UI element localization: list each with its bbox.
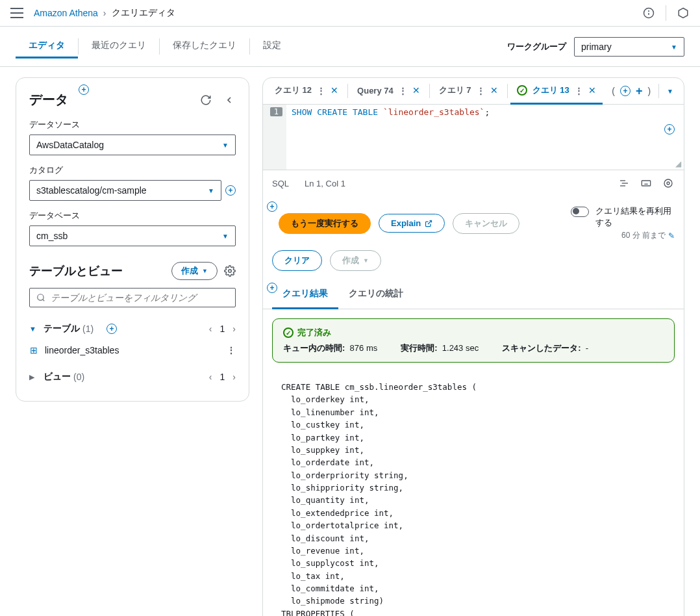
catalog-label: カタログ	[29, 164, 236, 176]
views-label: ビュー	[44, 371, 71, 383]
line-gutter: 1	[263, 105, 286, 170]
caret-down-icon: ▼	[363, 257, 369, 264]
paren-close: )	[647, 86, 651, 96]
create-button[interactable]: 作成▼	[171, 262, 218, 280]
sql-editor[interactable]: 1 SHOW CREATE TABLE `lineorder_s3tables`…	[263, 105, 684, 170]
datasource-select[interactable]: AwsDataCatalog	[29, 135, 236, 155]
chevron-right-icon: ›	[103, 8, 106, 18]
plus-icon[interactable]: +	[267, 201, 277, 212]
query-tab-74[interactable]: Query 74 ⋮ ✕	[351, 79, 427, 104]
code-area[interactable]: SHOW CREATE TABLE `lineorder_s3tables`;	[286, 105, 684, 170]
tab-menu-icon[interactable]: ⋮	[575, 86, 583, 96]
divider	[347, 84, 348, 98]
svg-point-4	[229, 270, 232, 273]
divider	[666, 5, 666, 21]
divider	[507, 84, 508, 98]
explain-button[interactable]: Explain	[379, 214, 445, 233]
plus-icon[interactable]: +	[620, 86, 631, 96]
format-icon[interactable]	[618, 177, 631, 190]
views-page: 1	[220, 372, 225, 382]
editor-cursor-pos: Ln 1, Col 1	[305, 179, 345, 188]
result-sql: CREATE TABLE cm_ssb.lineorder_s3tables (…	[263, 372, 684, 616]
next-page-icon[interactable]: ›	[232, 324, 236, 334]
catalog-select[interactable]: s3tablescatalog/cm-sample	[29, 180, 221, 201]
svg-point-2	[649, 11, 649, 12]
tab-editor[interactable]: エディタ	[16, 34, 78, 58]
datasource-label: データソース	[29, 119, 236, 131]
tab-recent[interactable]: 最近のクエリ	[79, 34, 159, 58]
database-select[interactable]: cm_ssb	[29, 225, 236, 246]
settings-icon[interactable]	[662, 177, 675, 190]
plus-icon[interactable]: +	[267, 283, 277, 293]
close-tab-icon[interactable]: ✕	[412, 85, 420, 96]
breadcrumb-service-link[interactable]: Amazon Athena	[34, 8, 98, 18]
workgroup-select[interactable]: primary	[574, 37, 684, 57]
table-row[interactable]: ⊞ lineorder_s3tables ⋮	[29, 340, 236, 361]
tab-menu-icon[interactable]: ⋮	[317, 86, 325, 96]
keyboard-icon[interactable]	[640, 177, 653, 190]
gear-icon[interactable]	[224, 265, 236, 277]
close-tab-icon[interactable]: ✕	[588, 85, 596, 96]
collapse-icon[interactable]	[223, 94, 236, 107]
stats-tab[interactable]: クエリの統計	[338, 280, 414, 309]
svg-point-17	[664, 179, 672, 187]
resize-handle[interactable]: ◢	[675, 159, 681, 168]
divider	[658, 84, 659, 98]
svg-rect-10	[642, 181, 650, 186]
table-actions-icon[interactable]: ⋮	[227, 345, 236, 355]
editor-lang: SQL	[272, 179, 289, 188]
editor-plus-icon[interactable]: +	[664, 124, 675, 135]
next-page-icon[interactable]: ›	[232, 372, 236, 382]
tables-label: テーブル	[44, 323, 80, 335]
database-label: データベース	[29, 210, 236, 222]
status-done: 完了済み	[297, 327, 331, 339]
refresh-icon[interactable]	[199, 94, 212, 107]
hexagon-icon[interactable]	[677, 6, 690, 19]
results-tab[interactable]: クエリ結果	[272, 280, 338, 309]
tab-saved[interactable]: 保存したクエリ	[160, 34, 249, 58]
add-table-icon[interactable]: +	[106, 324, 117, 334]
status-box: ✓ 完了済み キュー内の時間: 876 ms 実行時間: 1.243 sec ス…	[272, 318, 675, 363]
breadcrumb-page: クエリエディタ	[112, 7, 175, 19]
tab-menu-icon[interactable]: ⋮	[477, 86, 485, 96]
reuse-toggle[interactable]	[571, 207, 589, 217]
close-tab-icon[interactable]: ✕	[331, 85, 338, 96]
svg-point-5	[38, 294, 44, 300]
reuse-sub: 60 分 前まで	[621, 230, 666, 241]
add-catalog-icon[interactable]: +	[225, 185, 236, 196]
info-icon[interactable]	[642, 6, 655, 19]
prev-page-icon[interactable]: ‹	[209, 372, 212, 382]
svg-marker-3	[679, 8, 688, 18]
expand-views-icon[interactable]: ▶	[29, 373, 37, 381]
tables-page: 1	[220, 324, 225, 334]
filter-input[interactable]	[51, 292, 229, 303]
create-button-disabled: 作成▼	[330, 250, 381, 271]
tab-settings[interactable]: 設定	[250, 34, 294, 58]
query-tab-12[interactable]: クエリ 12 ⋮ ✕	[268, 78, 345, 105]
query-tab-7[interactable]: クエリ 7 ⋮ ✕	[432, 78, 505, 105]
clear-button[interactable]: クリア	[272, 250, 322, 271]
tables-count: (1)	[82, 324, 94, 334]
filter-input-wrapper[interactable]	[29, 288, 236, 307]
tables-views-title: テーブルとビュー	[29, 263, 123, 279]
expand-tables-icon[interactable]: ▼	[29, 325, 37, 333]
expand-table-icon[interactable]: ⊞	[29, 345, 38, 355]
add-tab-icon[interactable]: +	[636, 84, 643, 98]
tab-dropdown-icon[interactable]: ▼	[667, 88, 673, 95]
plus-icon[interactable]: +	[79, 84, 89, 95]
tab-menu-icon[interactable]: ⋮	[399, 86, 407, 96]
breadcrumb: Amazon Athena › クエリエディタ	[34, 7, 175, 19]
svg-point-16	[667, 182, 669, 185]
check-icon: ✓	[283, 327, 294, 338]
close-tab-icon[interactable]: ✕	[490, 85, 498, 96]
edit-icon[interactable]: ✎	[668, 231, 675, 240]
data-panel-title: データ	[29, 91, 68, 109]
query-tab-13[interactable]: ✓ クエリ 13 ⋮ ✕	[510, 78, 603, 105]
views-count: (0)	[73, 372, 84, 382]
paren-open: (	[612, 86, 615, 96]
check-icon: ✓	[517, 85, 527, 96]
prev-page-icon[interactable]: ‹	[209, 324, 212, 334]
cancel-button: キャンセル	[453, 213, 519, 234]
run-button[interactable]: もう一度実行する	[279, 213, 371, 234]
menu-icon[interactable]	[10, 8, 23, 18]
